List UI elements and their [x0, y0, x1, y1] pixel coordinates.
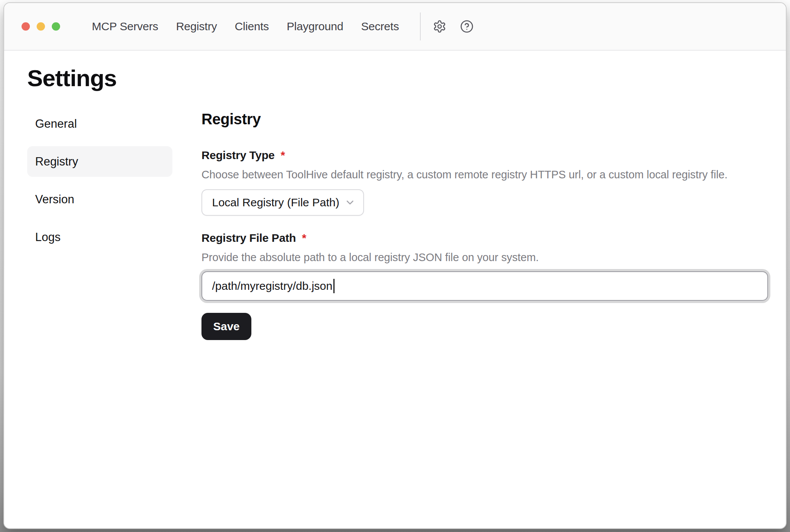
- settings-page: Settings General Registry Version Logs R…: [4, 51, 786, 528]
- titlebar: MCP Servers Registry Clients Playground …: [4, 3, 786, 51]
- desktop-backdrop: MCP Servers Registry Clients Playground …: [0, 0, 790, 532]
- registry-file-path-label: Registry File Path: [201, 232, 296, 244]
- sidebar-item-registry[interactable]: Registry: [27, 146, 172, 177]
- close-button[interactable]: [22, 22, 30, 31]
- help-circle-icon: [460, 20, 474, 33]
- nav-item-clients[interactable]: Clients: [235, 20, 269, 33]
- sidebar-item-logs[interactable]: Logs: [27, 222, 172, 252]
- settings-button[interactable]: [431, 18, 448, 35]
- registry-type-description: Choose between ToolHive default registry…: [201, 169, 768, 181]
- registry-type-required-asterisk: *: [281, 149, 285, 162]
- top-nav: MCP Servers Registry Clients Playground …: [92, 20, 399, 33]
- nav-item-playground[interactable]: Playground: [287, 20, 343, 33]
- section-heading: Registry: [201, 111, 768, 128]
- text-caret: [333, 279, 335, 293]
- zoom-button[interactable]: [52, 22, 60, 31]
- registry-file-path-input[interactable]: /path/myregistry/db.json: [201, 271, 768, 301]
- help-button[interactable]: [459, 18, 475, 35]
- registry-type-label: Registry Type: [201, 149, 275, 162]
- nav-item-secrets[interactable]: Secrets: [361, 20, 399, 33]
- window-controls: [22, 22, 60, 31]
- chevron-down-icon: [344, 197, 356, 208]
- nav-item-registry[interactable]: Registry: [176, 20, 217, 33]
- titlebar-divider: [420, 12, 421, 40]
- save-button[interactable]: Save: [201, 313, 251, 340]
- registry-type-select[interactable]: Local Registry (File Path): [201, 189, 364, 216]
- registry-file-path-description: Provide the absolute path to a local reg…: [201, 251, 768, 264]
- app-window: MCP Servers Registry Clients Playground …: [3, 2, 787, 529]
- registry-type-selected-value: Local Registry (File Path): [212, 196, 339, 209]
- settings-sidebar: General Registry Version Logs: [27, 108, 172, 260]
- registry-file-path-value: /path/myregistry/db.json: [212, 280, 332, 292]
- registry-settings-panel: Registry Registry Type * Choose between …: [201, 108, 768, 340]
- page-title: Settings: [27, 64, 768, 92]
- nav-item-mcp-servers[interactable]: MCP Servers: [92, 20, 158, 33]
- minimize-button[interactable]: [37, 22, 45, 31]
- gear-icon: [433, 20, 446, 33]
- sidebar-item-version[interactable]: Version: [27, 184, 172, 215]
- sidebar-item-general[interactable]: General: [27, 108, 172, 139]
- registry-file-path-required-asterisk: *: [302, 232, 307, 244]
